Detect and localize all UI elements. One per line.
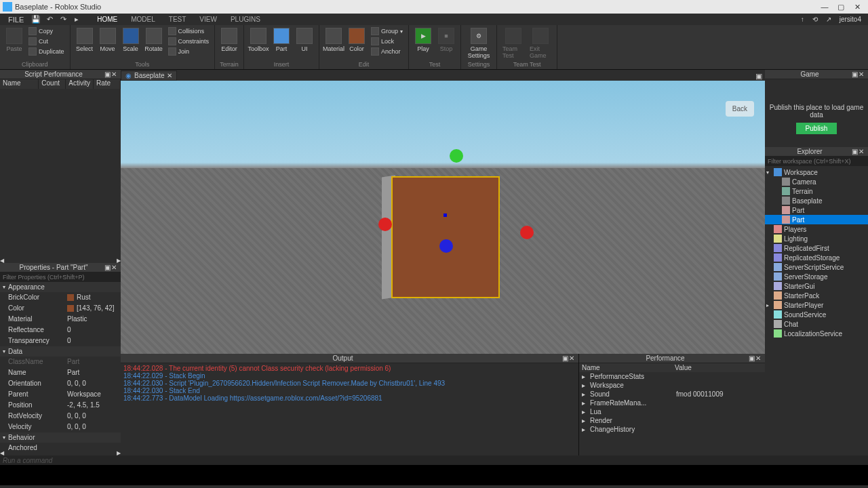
exit-game-button[interactable]: Exit Game xyxy=(528,26,553,60)
perf-row[interactable]: ▸Lua xyxy=(579,407,765,416)
collab-icon[interactable]: ⟲ xyxy=(808,16,822,23)
command-bar[interactable]: Run a command xyxy=(0,455,868,465)
part-button[interactable]: Part xyxy=(271,26,292,54)
dock-icon[interactable]: ▣ xyxy=(852,148,859,155)
3d-viewport[interactable]: Back xyxy=(121,81,765,354)
explorer-filter-input[interactable] xyxy=(765,157,868,166)
scale-handle-right[interactable] xyxy=(520,226,534,239)
ribbon-tab-view[interactable]: VIEW xyxy=(193,16,224,23)
qat-redo-icon[interactable]: ↷ xyxy=(57,15,69,24)
script-perf-col[interactable]: Name xyxy=(0,79,39,89)
perf-row[interactable]: ▸FrameRateMana... xyxy=(579,399,765,407)
explorer-header[interactable]: Explorer ▣ ✕ xyxy=(765,147,868,157)
perf-col[interactable]: Name xyxy=(579,363,672,372)
color-button[interactable]: Color xyxy=(347,26,367,54)
tree-item-chat[interactable]: Chat xyxy=(765,319,868,329)
explorer-tree[interactable]: ▾WorkspaceCameraTerrainBaseplatePartPart… xyxy=(765,166,868,455)
group-button[interactable]: Group▾ xyxy=(370,26,404,36)
property-row[interactable]: Reflectance0 xyxy=(0,325,121,336)
ribbon-tab-plugins[interactable]: PLUGINS xyxy=(224,16,267,23)
scale-handle-left[interactable] xyxy=(378,218,392,231)
perf-row[interactable]: ▸ChangeHistory xyxy=(579,425,765,434)
file-menu[interactable]: FILE xyxy=(3,16,29,24)
qat-undo-icon[interactable]: ↶ xyxy=(43,15,56,24)
anchor-button[interactable]: Anchor xyxy=(370,47,404,56)
toolbox-button[interactable]: Toolbox xyxy=(248,26,269,54)
tree-item-serverscriptservice[interactable]: ServerScriptService xyxy=(765,262,868,272)
property-row[interactable]: Orientation0, 0, 0 xyxy=(0,378,121,389)
close-icon[interactable]: ✕ xyxy=(111,264,118,271)
close-tab-icon[interactable]: ✕ xyxy=(167,72,172,79)
dock-icon[interactable]: ▣ xyxy=(104,70,111,78)
close-icon[interactable]: ✕ xyxy=(859,70,865,78)
perf-row[interactable]: ▸Render xyxy=(579,416,765,425)
copy-button[interactable]: Copy xyxy=(27,26,66,36)
property-row[interactable]: ParentWorkspace xyxy=(0,389,121,400)
expand-icon[interactable]: ▸ xyxy=(582,390,590,398)
collisions-toggle[interactable]: Collisions xyxy=(167,26,211,36)
tree-item-localizationservice[interactable]: LocalizationService xyxy=(765,329,868,338)
tree-item-part[interactable]: Part xyxy=(765,215,868,224)
share-icon[interactable]: ↗ xyxy=(822,16,835,23)
play-button[interactable]: ▶Play xyxy=(413,26,433,54)
close-icon[interactable]: ✕ xyxy=(569,354,576,362)
ui-button[interactable]: UI xyxy=(294,26,315,54)
script-perf-col[interactable]: Rate xyxy=(94,79,121,89)
property-row[interactable]: Velocity0, 0, 0 xyxy=(0,422,121,432)
selected-part[interactable] xyxy=(391,176,500,298)
duplicate-button[interactable]: Duplicate xyxy=(27,47,66,56)
props-section[interactable]: ▾Appearance xyxy=(0,282,121,292)
move-button[interactable]: Move xyxy=(98,26,118,54)
output-line[interactable]: 18:44:22.773 - DataModel Loading https:/… xyxy=(123,394,576,402)
tree-item-terrain[interactable]: Terrain xyxy=(765,186,868,196)
property-row[interactable]: MaterialPlastic xyxy=(0,314,121,325)
property-row[interactable]: Anchored xyxy=(0,443,121,451)
expand-icon[interactable]: ▸ xyxy=(582,399,590,407)
dock-icon[interactable]: ▣ xyxy=(749,354,755,362)
cloud-icon[interactable]: ↑ xyxy=(797,16,808,23)
tree-item-replicatedstorage[interactable]: ReplicatedStorage xyxy=(765,253,868,262)
output-line[interactable]: 18:44:22.030 - Stack End xyxy=(123,387,576,394)
tree-item-camera[interactable]: Camera xyxy=(765,177,868,186)
properties-header[interactable]: Properties - Part "Part" ▣ ✕ xyxy=(0,263,121,272)
scale-button[interactable]: Scale xyxy=(121,26,141,54)
tree-item-part[interactable]: Part xyxy=(765,205,868,215)
expand-icon[interactable]: ▸ xyxy=(582,426,590,433)
perf-row[interactable]: ▸Workspace xyxy=(579,381,765,390)
stop-button[interactable]: ■Stop xyxy=(436,26,456,54)
tree-item-replicatedfirst[interactable]: ReplicatedFirst xyxy=(765,243,868,253)
select-button[interactable]: Select xyxy=(75,26,95,54)
tree-item-workspace[interactable]: ▾Workspace xyxy=(765,167,868,177)
scroll-left-icon[interactable]: ◀ xyxy=(0,258,4,263)
expand-icon[interactable]: ▸ xyxy=(582,408,590,415)
ribbon-tab-home[interactable]: HOME xyxy=(90,16,124,23)
tree-item-players[interactable]: Players xyxy=(765,224,868,234)
minimize-button[interactable]: — xyxy=(816,3,833,11)
output-line[interactable]: 18:44:22.030 - Script 'Plugin_2670956620… xyxy=(123,380,576,387)
tree-item-lighting[interactable]: Lighting xyxy=(765,234,868,243)
tree-arrow-icon[interactable]: ▾ xyxy=(766,169,772,176)
props-section[interactable]: ▾Data xyxy=(0,346,121,357)
tree-item-baseplate[interactable]: Baseplate xyxy=(765,196,868,205)
tree-item-soundservice[interactable]: SoundService xyxy=(765,310,868,319)
publish-button[interactable]: Publish xyxy=(796,123,837,134)
back-button[interactable]: Back xyxy=(726,101,754,117)
perf-row[interactable]: ▸Soundfmod 00011009 xyxy=(579,390,765,399)
ribbon-tab-test[interactable]: TEST xyxy=(162,16,193,23)
paste-button[interactable]: Paste xyxy=(4,26,24,54)
property-row[interactable]: NamePart xyxy=(0,367,121,378)
tree-item-starterpack[interactable]: StarterPack xyxy=(765,291,868,300)
tree-item-serverstorage[interactable]: ServerStorage xyxy=(765,272,868,281)
property-row[interactable]: RotVelocity0, 0, 0 xyxy=(0,411,121,422)
output-line[interactable]: 18:44:22.028 - The current identity (5) … xyxy=(123,365,576,372)
scroll-left-icon[interactable]: ◀ xyxy=(0,450,4,455)
property-row[interactable]: Position-2, 4.5, 1.5 xyxy=(0,400,121,411)
property-row[interactable]: BrickColorRust xyxy=(0,292,121,303)
close-icon[interactable]: ✕ xyxy=(111,70,118,78)
lock-button[interactable]: Lock xyxy=(370,37,404,46)
expand-icon[interactable]: ▸ xyxy=(582,382,590,389)
maximize-button[interactable]: ▢ xyxy=(833,3,849,12)
expand-icon[interactable]: ▸ xyxy=(582,373,590,380)
property-row[interactable]: Transparency0 xyxy=(0,336,121,346)
qat-play-icon[interactable]: ▸ xyxy=(71,15,83,24)
